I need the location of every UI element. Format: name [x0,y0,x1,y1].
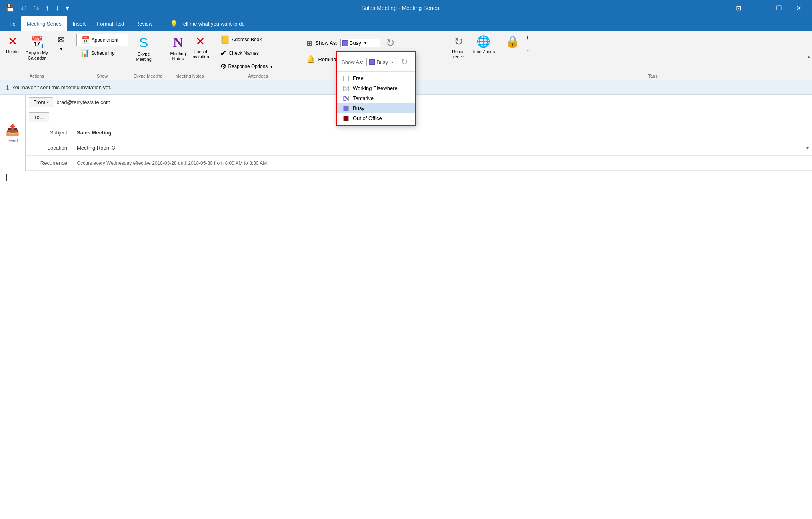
cancel-label: CancelInvitation [192,49,209,60]
to-button[interactable]: To... [29,112,49,122]
location-dropdown-icon[interactable]: ▾ [806,145,809,151]
refresh-button[interactable]: ↻ [384,36,397,50]
show-as-label: Show As: [316,40,337,46]
dropdown-refresh-icon: ↻ [401,57,408,67]
ribbon-group-skype: S SkypeMeeting Skype Meeting [131,33,166,80]
menu-file[interactable]: File [2,16,21,31]
tentative-swatch [343,96,349,101]
time-zones-button[interactable]: 🌐 Time Zones [470,34,498,56]
dropdown-busy-select[interactable]: Busy ▾ [366,58,396,66]
exclaim-icon: ! [526,35,528,42]
copy-to-calendar-label: Copy to MyCalendar [26,50,48,61]
dropdown-busy-label: Busy [376,59,388,65]
show-as-dropdown-button[interactable]: Busy ▾ [340,39,380,47]
address-book-label: Address Book [232,37,262,42]
dropdown-item-working[interactable]: Working Elsewhere [337,83,415,93]
download-icon[interactable]: ↓ [54,4,61,12]
tell-me-label: Tell me what you want to do [180,21,244,27]
title-bar: 💾 ↩ ↪ ↑ ↓ ▾ Sales Meeting - Meeting Seri… [0,0,812,16]
ribbon-collapse-button[interactable]: ▲ [806,33,812,80]
importance-low-button[interactable]: ↓ [523,45,532,54]
appointment-icon: 📅 [81,36,90,44]
bell-icon: 🔔 [306,55,315,64]
menu-insert[interactable]: Insert [67,16,92,31]
form-area: ℹ You haven't sent this meeting invitati… [0,80,812,451]
dropdown-item-free[interactable]: Free [337,73,415,83]
dropdown-separator-1 [337,71,415,72]
save-icon[interactable]: 💾 [4,4,16,12]
title-bar-left: 💾 ↩ ↪ ↑ ↓ ▾ [4,4,71,12]
show-as-icon: ⊞ [306,39,312,48]
dropdown-item-ooo[interactable]: Out of Office [337,113,415,123]
dropdown-header: Show As: Busy ▾ ↻ [337,54,415,70]
response-options-button[interactable]: ⚙ Response Options ▾ [217,61,276,72]
attendees-group-content: 📒 Address Book ✔ Check Names ⚙ Response … [217,33,300,73]
body-area[interactable] [0,171,812,451]
dropdown-show-as-label: Show As: [342,59,363,65]
copy-to-calendar-button[interactable]: 📅 ⬇ Copy to MyCalendar [23,34,50,62]
menu-format-text[interactable]: Format Text [91,16,130,31]
meeting-notes-label: MeetingNotes [170,51,186,62]
tell-me-bar[interactable]: 💡 Tell me what you want to do [166,16,248,31]
recurrence-button[interactable]: ↻ Recur-rence [449,34,469,61]
delete-button[interactable]: ✕ Delete [2,34,22,56]
ribbon-group-attendees: 📒 Address Book ✔ Check Names ⚙ Response … [214,33,302,80]
skype-meeting-button[interactable]: S SkypeMeeting [134,34,154,63]
cancel-invitation-button[interactable]: ✕ CancelInvitation [189,34,212,61]
tentative-label: Tentative [353,95,374,101]
busy-swatch [342,40,348,46]
maximize-button[interactable]: ⊡ [730,0,748,16]
dropdown-refresh-button[interactable]: ↻ [399,56,410,68]
actions-group-content: ✕ Delete 📅 ⬇ Copy to MyCalendar ✉ ▾ [2,33,71,73]
dropdown-item-tentative[interactable]: Tentative [337,93,415,103]
from-button[interactable]: From ▾ [29,97,53,107]
appointment-label: Appointment [92,37,118,43]
recurrence-row: Recurrence Occurs every Wednesday effect… [26,156,812,171]
delete-icon: ✕ [8,35,17,48]
working-label: Working Elsewhere [353,85,398,91]
ooo-label: Out of Office [353,115,382,121]
to-label: To... [34,114,44,120]
importance-high-button[interactable]: ! [523,34,532,43]
send-wrapper: 📤 Send [0,95,26,171]
subject-input[interactable] [74,127,812,138]
lock-button[interactable]: 🔒 [502,34,522,49]
undo-icon[interactable]: ↩ [19,4,28,12]
subject-row: Subject [26,125,812,140]
menu-meeting-series[interactable]: Meeting Series [21,16,67,31]
copy-arrow-icon: ⬇ [40,43,45,49]
minimize-button[interactable]: ─ [750,0,768,16]
onenote-meeting-button[interactable]: N MeetingNotes [168,34,188,63]
location-input[interactable] [74,142,812,153]
response-dropdown-icon: ▾ [270,64,272,69]
close-button[interactable]: ✕ [790,0,808,16]
globe-icon: 🌐 [476,35,490,48]
dropdown-item-busy[interactable]: Busy [337,103,415,113]
from-input[interactable] [53,97,812,108]
restore-button[interactable]: ❐ [770,0,788,16]
to-input[interactable] [49,112,812,123]
appointment-button[interactable]: 📅 Appointment [76,34,128,46]
ooo-swatch [343,116,349,121]
show-label: Show [76,73,128,80]
check-names-button[interactable]: ✔ Check Names [217,47,276,59]
ribbon-group-recurrence: ↻ Recur-rence 🌐 Time Zones [446,33,500,80]
address-book-icon: 📒 [220,35,230,44]
menu-review[interactable]: Review [130,16,158,31]
send-button[interactable]: 📤 Send [2,120,23,146]
address-book-button[interactable]: 📒 Address Book [217,34,276,46]
more-icon[interactable]: ▾ [64,4,71,12]
form-fields: From ▾ To... Subject Location [26,95,812,171]
upload-icon[interactable]: ↑ [44,4,51,12]
redo-icon[interactable]: ↪ [32,4,41,12]
send-icon: 📤 [6,123,20,136]
caret-icon: ▾ [364,41,366,45]
ribbon-group-actions: ✕ Delete 📅 ⬇ Copy to MyCalendar ✉ ▾ Acti… [0,33,74,80]
forward-button[interactable]: ✉ ▾ [51,34,71,53]
tags-group-content: 🔒 ! ↓ [502,33,803,73]
recurrence-value: Occurs every Wednesday effective 2018-03… [74,159,270,168]
recurrence-label: Recur-rence [452,49,465,60]
scheduling-button[interactable]: 📊 Scheduling [76,47,128,59]
menu-bar: File Meeting Series Insert Format Text R… [0,16,812,31]
envelope-icon: ✉ [58,35,65,45]
